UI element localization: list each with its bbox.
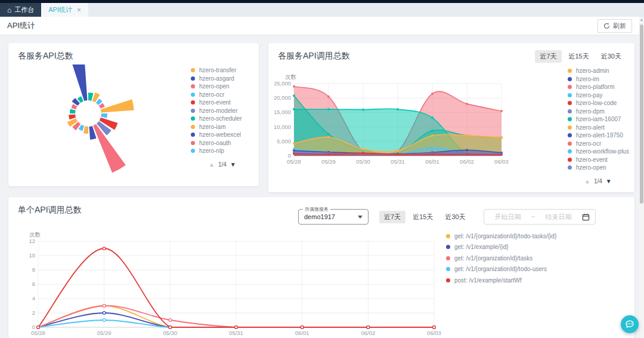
chat-button[interactable] [621,315,639,333]
svg-text:12: 12 [29,238,35,244]
range-button[interactable]: 近30天 [596,50,626,63]
legend-item[interactable]: hzero-iam [191,123,258,131]
legend-label: get: /v1/{organizationId}/todo-users [454,266,547,272]
tab-api-stats[interactable]: API统计 × [41,3,88,17]
start-date-input[interactable] [490,213,527,221]
legend-item[interactable]: hzero-low-code [568,99,634,107]
legend-item[interactable]: hzero-iam-16007 [568,115,634,124]
legend-item[interactable]: hzero-event [191,99,258,107]
date-range-picker[interactable]: ~ [484,209,596,225]
legend-item[interactable]: hzero-webexcel [191,131,258,139]
legend-dot-icon [191,141,195,145]
legend-dot-icon [568,117,572,121]
legend-label: hzero-dpm [576,108,605,115]
legend-item[interactable]: hzero-asgard [191,75,258,83]
legend-item[interactable]: get: /v1/example/{id} [446,242,589,253]
end-date-input[interactable] [540,213,577,221]
legend-item[interactable]: hzero-nlp [191,147,258,155]
svg-text:2: 2 [32,309,35,316]
legend-dot-icon [446,256,450,260]
range-button[interactable]: 近30天 [440,211,470,223]
legend-label: hzero-iam-16007 [576,116,621,122]
legend-item[interactable]: get: /v1/{organizationId}/tasks [446,253,589,264]
legend-item[interactable]: hzero-open [568,164,634,172]
single-api-controls: 所属微服务 demo1917 近7天近15天近30天 ~ [298,209,596,225]
page-up-icon[interactable]: ▲ [584,178,590,185]
home-icon: ⌂ [7,6,11,14]
close-icon[interactable]: × [77,6,81,14]
legend-dot-icon [191,116,195,121]
legend-dot-icon [191,76,195,81]
range-button[interactable]: 近7天 [379,211,405,223]
time-range-buttons: 近7天近15天近30天 [379,211,470,223]
tab-api-stats-label: API统计 [48,5,72,14]
svg-text:6: 6 [32,281,35,287]
legend-item[interactable]: hzero-im [568,75,634,84]
page-title: API统计 [7,20,35,31]
legend-dot-icon [191,68,195,72]
scrollbar[interactable]: ▲ [639,17,644,338]
scrollbar-thumb[interactable] [640,24,643,204]
legend-item[interactable]: get: /v1/{organizationId}/todo-tasks/{id… [446,231,589,242]
legend-item[interactable]: hzero-dpm [568,107,634,116]
legend-item[interactable]: hzero-alert-19750 [568,131,634,140]
refresh-button[interactable]: 刷新 [597,19,632,33]
scrollbar-up-icon[interactable]: ▲ [639,18,644,21]
legend-item[interactable]: hzero-platform [568,83,634,91]
legend-item[interactable]: hzero-admin [568,67,634,75]
rose-chart[interactable] [26,64,205,184]
legend-item[interactable]: hzero-modeler [191,107,258,115]
range-button[interactable]: 近7天 [535,50,561,63]
legend-label: post: /v1/example/startWf [454,277,522,284]
legend-label: hzero-ocr [199,91,224,98]
legend-item[interactable]: hzero-pay [568,91,634,100]
chevron-down-icon [358,216,363,219]
page-up-icon[interactable]: ▲ [209,161,215,168]
tab-workbench-label: 工作台 [14,5,34,14]
legend-item[interactable]: hzero-event [568,156,634,164]
legend-item[interactable]: hzero-workflow-plus [568,148,634,156]
area-chart[interactable]: 05,00010,00015,00020,00025,00005/2805/29… [274,73,540,173]
api-legend: get: /v1/{organizationId}/todo-tasks/{id… [446,231,589,286]
legend-dot-icon [568,69,572,73]
page-down-icon[interactable]: ▼ [606,178,612,185]
legend-item[interactable]: post: /v1/example/startWf [446,275,589,286]
legend-label: hzero-webexcel [199,131,241,138]
legend-item[interactable]: hzero-open [191,82,258,91]
panel-total-title: 各服务API总数 [18,51,73,62]
legend-item[interactable]: hzero-ocr [191,91,258,99]
legend-dot-icon [568,133,572,137]
line-chart[interactable]: 02468101205/2805/2905/3005/3106/0106/020… [17,231,461,336]
legend-dot-icon [446,267,450,271]
legend-label: hzero-im [576,76,599,82]
legend-dot-icon [568,93,572,97]
svg-text:05/29: 05/29 [321,158,336,165]
range-button[interactable]: 近15天 [408,211,438,223]
time-range-buttons: 近7天近15天近30天 [535,50,626,63]
page-down-icon[interactable]: ▼ [230,161,236,168]
legend-item[interactable]: hzero-scheduler [191,115,258,123]
legend-label: hzero-platform [576,84,614,90]
calendar-icon[interactable] [582,213,590,221]
legend-item[interactable]: get: /v1/{organizationId}/todo-users [446,264,589,275]
tab-workbench[interactable]: ⌂ 工作台 [0,3,41,17]
legend-label: hzero-iam [199,124,225,130]
legend-dot-icon [568,109,572,113]
legend-item[interactable]: hzero-oauth [191,139,258,148]
panel-api-calls: 各服务API调用总数 近7天近15天近30天 05,00010,00015,00… [268,43,634,192]
legend-item[interactable]: hzero-alert [568,124,634,132]
svg-text:05/29: 05/29 [97,330,112,336]
service-legend: hzero-transferhzero-asgardhzero-openhzer… [191,66,258,155]
legend-dot-icon [446,278,450,282]
legend-label: hzero-asgard [199,75,234,82]
svg-text:06/01: 06/01 [425,158,439,165]
legend-dot-icon [568,85,572,89]
service-select[interactable]: 所属微服务 demo1917 [298,209,369,225]
legend-label: hzero-low-code [576,100,617,106]
legend-dot-icon [191,109,195,113]
legend-item[interactable]: hzero-ocr [568,140,634,148]
legend-item[interactable]: hzero-transfer [191,66,258,75]
legend-label: hzero-admin [576,67,609,74]
range-button[interactable]: 近15天 [564,50,594,63]
svg-text:06/01: 06/01 [295,330,309,336]
